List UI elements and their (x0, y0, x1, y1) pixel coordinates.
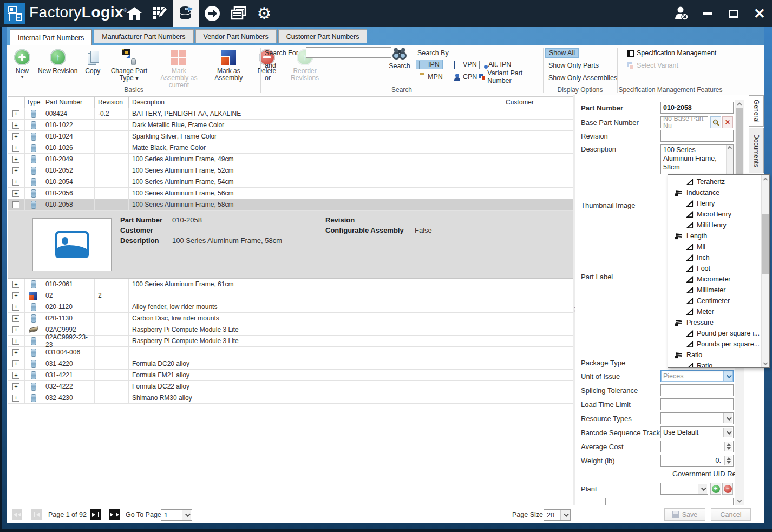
expand-row-icon[interactable]: + (12, 145, 19, 152)
package-type-option[interactable]: Meter (668, 306, 769, 317)
scroll-down-icon[interactable] (735, 497, 744, 505)
search-button[interactable]: Search (389, 47, 410, 73)
col-header-description[interactable]: Description (129, 97, 502, 108)
expand-row-icon[interactable]: + (12, 304, 19, 311)
barcode-sequence-tracking-combo[interactable]: Use Default (660, 426, 734, 438)
collapse-row-icon[interactable]: − (12, 201, 19, 208)
expand-row-icon[interactable]: + (12, 315, 19, 322)
search-by-cpn[interactable]: CPN (451, 72, 480, 82)
expand-row-icon[interactable]: + (12, 133, 19, 140)
plant-add-button[interactable]: + (710, 483, 721, 495)
expand-row-icon[interactable]: + (12, 372, 19, 379)
expand-row-icon[interactable]: + (12, 292, 19, 299)
scroll-up-icon[interactable] (762, 175, 769, 183)
package-type-option[interactable]: MicroHenry (668, 209, 769, 220)
table-row[interactable]: +010-2052100 Series Aluminum Frame, 52cm (8, 165, 573, 176)
base-part-clear-button[interactable]: ✕ (722, 116, 733, 128)
package-type-option[interactable]: Henry (668, 198, 769, 209)
user-logout-icon[interactable] (672, 4, 691, 23)
close-icon[interactable]: ✕ (750, 4, 769, 23)
expand-row-icon[interactable]: + (12, 122, 19, 129)
panel-tab-documents[interactable]: Documents (749, 128, 764, 173)
scroll-up-icon[interactable] (735, 100, 744, 108)
home-icon[interactable] (121, 0, 147, 27)
description-scrollbar[interactable] (726, 145, 733, 174)
tab-vendor-part-numbers[interactable]: Vendor Part Numbers (195, 29, 277, 43)
description-textarea[interactable]: 100 Series Aluminum Frame, 58cm (660, 144, 734, 174)
table-row[interactable]: +010-1026Matte Black, Frame Color (8, 142, 573, 154)
last-page-button[interactable] (109, 509, 120, 520)
scroll-down-icon[interactable] (762, 359, 769, 367)
package-type-option[interactable]: Length (668, 231, 769, 241)
table-row[interactable]: +010-1022Dark Metallic Blue, Frame Color (8, 120, 573, 131)
parts-database-icon[interactable] (173, 0, 199, 27)
package-type-option[interactable]: Micrometer (668, 274, 769, 285)
combo-arrow-icon[interactable] (560, 510, 570, 520)
package-type-option[interactable]: Centimeter (668, 295, 769, 306)
documents-icon[interactable] (225, 0, 251, 27)
table-row[interactable]: +020-1120Alloy fender, low rider mounts (8, 301, 573, 313)
combo-arrow-icon[interactable] (723, 413, 732, 423)
expand-row-icon[interactable]: + (12, 167, 19, 174)
table-row[interactable]: +02AC9992-23-23Raspberry Pi Compute Modu… (8, 336, 573, 347)
col-header-revision[interactable]: Revision (95, 97, 129, 108)
expand-row-icon[interactable]: + (12, 338, 19, 345)
expand-row-icon[interactable]: + (12, 190, 19, 197)
table-row[interactable]: +031004-006 (8, 347, 573, 358)
show-only-assemblies-option[interactable]: Show Only Assemblies (545, 73, 620, 83)
expand-row-icon[interactable]: + (12, 395, 19, 402)
package-type-option[interactable]: MilliHenry (668, 220, 769, 231)
show-only-parts-option[interactable]: Show Only Parts (545, 61, 602, 70)
revision-input[interactable] (660, 130, 734, 142)
expand-row-icon[interactable]: + (12, 383, 19, 390)
base-part-number-input[interactable]: No Base Part Nu (660, 116, 708, 128)
table-row[interactable]: −010-2058100 Series Aluminum Frame, 58cm (8, 199, 573, 211)
cancel-button[interactable]: Cancel (711, 508, 751, 521)
col-header-customer[interactable]: Customer (502, 97, 573, 108)
plant-combo[interactable] (660, 483, 708, 495)
settings-gear-icon[interactable]: ⚙ (251, 0, 277, 27)
table-row[interactable]: +022 (8, 290, 573, 301)
table-row[interactable]: +032-4230Shimano RM30 alloy (8, 392, 573, 404)
spinner-arrows-icon[interactable] (724, 442, 732, 451)
expand-row-icon[interactable]: + (12, 179, 19, 186)
combo-arrow-icon[interactable] (698, 484, 707, 494)
package-type-option[interactable]: Foot (668, 263, 769, 274)
table-row[interactable]: +031-4221Formula FM21 alloy (8, 370, 573, 381)
search-for-input[interactable] (306, 47, 391, 58)
expand-row-icon[interactable]: + (12, 110, 19, 117)
resource-types-combo[interactable] (660, 412, 734, 424)
search-by-vpn[interactable]: VPN (451, 60, 480, 69)
package-type-option[interactable]: Pounds per square... (668, 339, 769, 350)
package-type-option[interactable]: Ratio (668, 350, 769, 360)
search-by-variant-part-number[interactable]: Variant Part Number (476, 72, 543, 82)
transfer-icon[interactable] (199, 0, 225, 27)
package-type-option[interactable]: Terahertz (668, 176, 769, 187)
expand-row-icon[interactable]: + (12, 156, 19, 163)
copy-button[interactable]: Copy (81, 47, 104, 89)
package-type-option[interactable]: Millimeter (668, 285, 769, 295)
tab-internal-part-numbers[interactable]: Internal Part Numbers (10, 29, 92, 45)
package-type-option[interactable]: Pressure (668, 317, 769, 328)
combo-arrow-icon[interactable] (182, 510, 191, 520)
worksheet-edit-icon[interactable] (147, 0, 173, 27)
table-row[interactable]: +010-2049100 Series Aluminum Frame, 49cm (8, 154, 573, 165)
tab-customer-part-numbers[interactable]: Customer Part Numbers (278, 29, 368, 43)
col-header-part-number[interactable]: Part Number (42, 97, 95, 108)
package-type-option[interactable]: Inch (668, 252, 769, 263)
specification-management-button[interactable]: Specification Management (627, 48, 716, 58)
expand-row-icon[interactable]: + (12, 326, 19, 333)
table-row[interactable]: +031-4220Formula DC20 alloy (8, 358, 573, 370)
minimize-icon[interactable] (698, 4, 717, 23)
go-to-page-combo[interactable]: 1 (161, 509, 192, 521)
col-header-type[interactable]: Type (25, 97, 42, 108)
combo-arrow-icon[interactable] (723, 428, 732, 437)
package-type-option[interactable]: Mil (668, 241, 769, 252)
load-time-limit-input[interactable] (660, 398, 734, 410)
package-type-option[interactable]: Inductance (668, 187, 769, 198)
scrollbar-thumb[interactable] (762, 214, 769, 274)
unit-of-issue-combo[interactable]: Pieces (660, 370, 734, 382)
dropdown-scrollbar[interactable] (761, 175, 769, 367)
table-row[interactable]: +010-2054100 Series Aluminum Frame, 54cm (8, 176, 573, 188)
table-row[interactable]: +020-1130Carbon Disc, low rider mounts (8, 313, 573, 324)
